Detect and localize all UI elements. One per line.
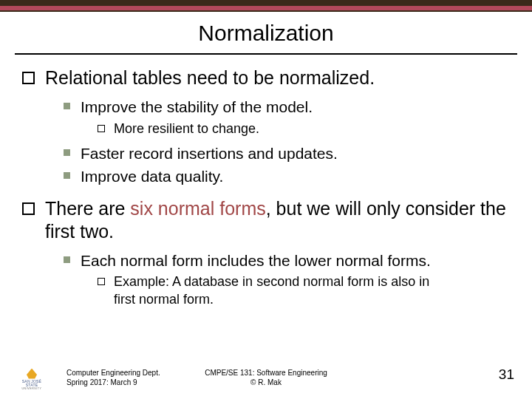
square-open-bullet-icon	[98, 278, 105, 285]
decor-top-band	[0, 0, 532, 6]
page-number: 31	[499, 366, 514, 383]
bullet-lvl1: Relational tables need to be normalized.	[22, 66, 510, 89]
text-accent: six normal forms	[130, 198, 265, 219]
bullet-text: Faster record insertions and updates.	[81, 143, 338, 163]
footer-center-line2: © R. Mak	[250, 378, 282, 386]
square-solid-bullet-icon	[64, 256, 70, 263]
footer: SAN JOSÉ STATE UNIVERSITY Computer Engin…	[0, 362, 532, 392]
square-solid-bullet-icon	[64, 103, 70, 109]
bullet-lvl3: Example: A database in second normal for…	[98, 273, 510, 308]
bullet-text: Each normal form includes the lower norm…	[81, 250, 431, 270]
bullet-lvl2: Improve data quality.	[64, 166, 510, 186]
bullet-text: Improve data quality.	[81, 166, 223, 186]
footer-center-line1: CMPE/SE 131: Software Engineering	[205, 369, 327, 377]
square-open-bullet-icon	[22, 72, 35, 84]
bullet-text: There are six normal forms, but we will …	[45, 197, 510, 244]
footer-center: CMPE/SE 131: Software Engineering © R. M…	[0, 369, 532, 387]
lvl2-group: Each normal form includes the lower norm…	[64, 250, 510, 308]
title-underline	[15, 53, 517, 55]
text-pre: There are	[45, 198, 130, 219]
bullet-text: Example: A database in second normal for…	[114, 273, 432, 308]
decor-divider	[0, 10, 532, 12]
bullet-text: Relational tables need to be normalized.	[45, 66, 375, 89]
bullet-lvl2: Improve the stability of the model.	[64, 97, 510, 117]
lvl3-group: Example: A database in second normal for…	[98, 273, 510, 308]
bullet-text: Improve the stability of the model.	[81, 97, 313, 117]
square-solid-bullet-icon	[64, 172, 70, 179]
slide-title: Normalization	[0, 21, 532, 46]
lvl3-group: More resilient to change.	[98, 120, 510, 137]
square-open-bullet-icon	[22, 202, 35, 215]
lvl2-group: Improve the stability of the model. More…	[64, 97, 510, 186]
bullet-lvl3: More resilient to change.	[98, 120, 510, 137]
square-solid-bullet-icon	[64, 149, 70, 156]
square-open-bullet-icon	[98, 125, 105, 132]
slide: Normalization Relational tables need to …	[0, 0, 532, 399]
bullet-lvl1: There are six normal forms, but we will …	[22, 197, 510, 244]
content-area: Relational tables need to be normalized.…	[22, 66, 510, 317]
bullet-lvl2: Faster record insertions and updates.	[64, 143, 510, 163]
logo-subtext: UNIVERSITY	[16, 387, 47, 390]
bullet-text: More resilient to change.	[114, 120, 259, 137]
bullet-lvl2: Each normal form includes the lower norm…	[64, 250, 510, 270]
